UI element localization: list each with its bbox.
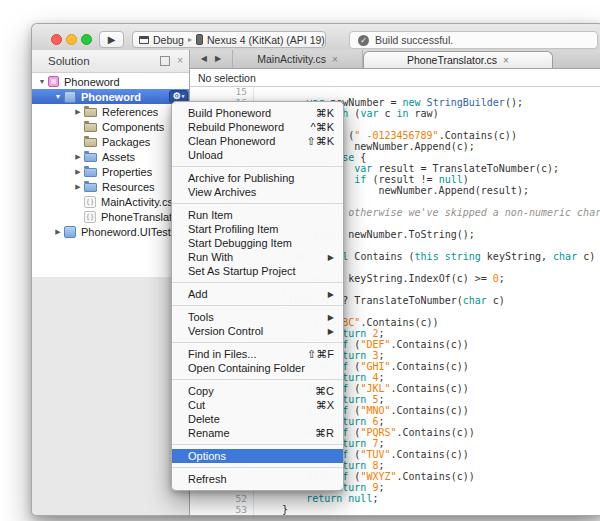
tree-item-label: Properties [102,166,152,178]
menu-separator [172,379,343,380]
tree-item-resources[interactable]: ▶Resources [32,179,189,194]
close-window-button[interactable] [51,34,62,45]
menu-item-options[interactable]: Options [172,449,343,463]
tree-item-phonetranslator-cs[interactable]: {}PhoneTranslator.cs [32,209,189,224]
menu-item-start-profiling-item[interactable]: Start Profiling Item [172,222,343,236]
configuration-label: Debug [153,34,184,46]
menu-item-copy[interactable]: Copy⌘C [172,384,343,398]
tab-label: PhoneTranslator.cs [407,54,497,66]
breadcrumb: No selection [190,69,600,87]
disclosure-closed-icon[interactable]: ▶ [72,108,84,116]
menu-item-add[interactable]: Add▶ [172,287,343,301]
play-icon: ▶ [108,35,116,45]
code-line: 53 } [190,504,600,515]
menu-item-open-containing-folder[interactable]: Open Containing Folder [172,361,343,375]
code-text: return null; [258,493,378,504]
navigate-forward-icon[interactable]: ▶ [215,55,221,63]
menu-item-label: Delete [188,413,334,425]
menu-item-start-debugging-item[interactable]: Start Debugging Item [172,236,343,250]
tree-item-assets[interactable]: ▶Assets [32,149,189,164]
menu-item-shortcut: ⌘C [315,385,334,398]
disclosure-closed-icon[interactable]: ▶ [72,183,84,191]
menu-item-shortcut: ⌘R [315,427,334,440]
tree-item-label: MainActivity.cs [101,196,173,208]
run-button[interactable]: ▶ [99,31,124,48]
cs-icon: {} [84,196,96,208]
menu-item-label: Clean Phoneword [188,135,296,147]
tree-item-references[interactable]: ▶References [32,104,189,119]
tree-item-label: Components [102,121,164,133]
menu-item-build-phoneword[interactable]: Build Phoneword⌘K [172,106,343,120]
menu-item-label: Set As Startup Project [188,265,334,277]
tree-item-phoneword-uitests[interactable]: ▶Phoneword.UITests [32,224,189,239]
menu-item-label: Copy [188,385,305,397]
disclosure-closed-icon[interactable]: ▶ [72,168,84,176]
menu-item-rebuild-phoneword[interactable]: Rebuild Phoneword^⌘K [172,120,343,134]
status-bar: ✓ Build successful. [349,31,598,49]
run-configuration-selector[interactable]: Debug ▸ Nexus 4 (KitKat) (API 19) [132,31,326,48]
dock-pad-icon[interactable] [160,56,170,66]
minimize-window-button[interactable] [66,34,77,45]
disclosure-open-icon[interactable]: ▼ [52,93,64,100]
menu-separator [172,444,343,445]
tree-item-phoneword[interactable]: ▼Phoneword⚙▾ [32,89,189,104]
menu-item-label: Options [188,450,334,462]
project-icon [64,91,76,103]
menu-item-clean-phoneword[interactable]: Clean Phoneword⇧⌘K [172,134,343,148]
menu-item-label: Refresh [188,473,334,485]
tree-item-phoneword[interactable]: ▼Phoneword [32,74,189,89]
zoom-window-button[interactable] [81,34,92,45]
menu-item-shortcut: ⌘K [316,107,334,120]
menu-item-rename[interactable]: Rename⌘R [172,426,343,440]
tree-item-properties[interactable]: ▶Properties [32,164,189,179]
tree-item-label: References [102,106,158,118]
menu-item-label: Version Control [188,325,318,337]
menu-item-label: Open Containing Folder [188,362,334,374]
menu-item-label: Rebuild Phoneword [188,121,301,133]
tab-phonetranslator-cs[interactable]: PhoneTranslator.cs× [363,51,553,68]
disclosure-open-icon[interactable]: ▼ [36,78,48,85]
menu-item-run-item[interactable]: Run Item [172,208,343,222]
folder-tan-icon [84,123,97,132]
cs-icon: {} [84,211,96,223]
folder-tan-icon [84,138,97,147]
menu-item-unload[interactable]: Unload [172,148,343,162]
tree-item-label: Packages [102,136,150,148]
solution-pad-header: Solution × [32,50,189,73]
menu-item-label: Archive for Publishing [188,172,334,184]
menu-separator [172,282,343,283]
tab-mainactivity-cs[interactable]: MainActivity.cs× [233,50,363,68]
menu-item-label: Run Item [188,209,334,221]
menu-item-tools[interactable]: Tools▶ [172,310,343,324]
code-line: 15 [190,86,600,97]
configuration-icon [139,36,149,44]
disclosure-closed-icon[interactable]: ▶ [72,153,84,161]
navigate-back-icon[interactable]: ◀ [201,55,207,63]
close-pad-icon[interactable]: × [177,56,183,66]
breadcrumb-text: No selection [198,72,256,84]
tree-item-components[interactable]: Components [32,119,189,134]
menu-item-set-as-startup-project[interactable]: Set As Startup Project [172,264,343,278]
menu-item-label: Build Phoneword [188,107,306,119]
toolbar: ▶ Debug ▸ Nexus 4 (KitKat) (API 19) ✓ Bu… [32,24,600,51]
menu-item-version-control[interactable]: Version Control▶ [172,324,343,338]
close-tab-icon[interactable]: × [503,55,509,66]
menu-item-cut[interactable]: Cut⌘X [172,398,343,412]
tree-item-mainactivity-cs[interactable]: {}MainActivity.cs [32,194,189,209]
device-icon [196,34,203,45]
menu-item-run-with[interactable]: Run With▶ [172,250,343,264]
menu-separator [172,166,343,167]
menu-item-view-archives[interactable]: View Archives [172,185,343,199]
disclosure-closed-icon[interactable]: ▶ [52,228,64,236]
menu-item-find-in-files-[interactable]: Find in Files...⇧⌘F [172,347,343,361]
tree-item-label: Phoneword.UITests [81,226,176,238]
menu-item-label: Cut [188,399,306,411]
menu-item-label: Find in Files... [188,348,297,360]
submenu-arrow-icon: ▶ [328,290,334,299]
menu-item-refresh[interactable]: Refresh [172,472,343,486]
close-tab-icon[interactable]: × [332,54,338,65]
tree-item-packages[interactable]: Packages [32,134,189,149]
menu-item-archive-for-publishing[interactable]: Archive for Publishing [172,171,343,185]
menu-item-delete[interactable]: Delete [172,412,343,426]
code-text: } [258,504,288,515]
